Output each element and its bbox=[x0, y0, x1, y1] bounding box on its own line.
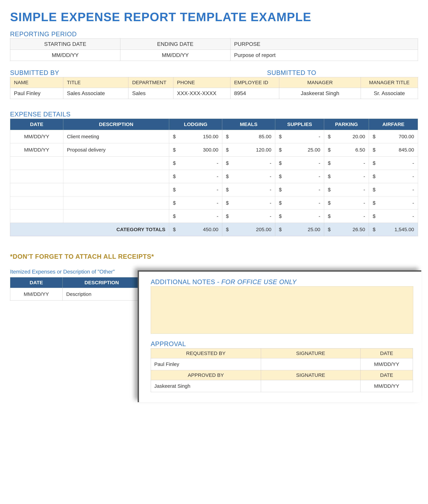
approval-heading: APPROVAL bbox=[151, 340, 413, 348]
exp-amount[interactable]: $- bbox=[222, 210, 275, 223]
total-airfare: $1,545.00 bbox=[369, 223, 418, 236]
sb-col-name: NAME bbox=[10, 77, 63, 88]
expense-row: MM/DD/YYProposal delivery$300.00$120.00$… bbox=[10, 143, 418, 157]
reporting-period-table: STARTING DATE ENDING DATE PURPOSE MM/DD/… bbox=[10, 38, 418, 61]
expense-row: $-$-$-$-$- bbox=[10, 170, 418, 183]
exp-amount[interactable]: $- bbox=[275, 157, 324, 170]
exp-amount[interactable]: $6.50 bbox=[324, 143, 369, 157]
exp-col-supplies: SUPPLIES bbox=[275, 119, 324, 130]
exp-amount[interactable]: $- bbox=[369, 170, 418, 183]
rp-col-end: ENDING DATE bbox=[120, 39, 230, 50]
sb-val-phone[interactable]: XXX-XXX-XXXX bbox=[173, 88, 230, 99]
category-totals-label: CATEGORY TOTALS bbox=[10, 223, 169, 236]
sb-val-empid[interactable]: 8954 bbox=[230, 88, 279, 99]
additional-notes-box[interactable] bbox=[151, 286, 413, 334]
exp-amount[interactable]: $- bbox=[222, 183, 275, 196]
total-lodging: $450.00 bbox=[169, 223, 222, 236]
item-val-date[interactable]: MM/DD/YY bbox=[10, 288, 63, 300]
approval-table: REQUESTED BY SIGNATURE DATE Paul Finley … bbox=[151, 348, 413, 392]
exp-amount[interactable]: $- bbox=[169, 157, 222, 170]
appr-sig1[interactable] bbox=[261, 358, 360, 370]
exp-amount[interactable]: $- bbox=[275, 196, 324, 210]
appr-approved-by[interactable]: Jaskeerat Singh bbox=[151, 380, 261, 392]
exp-col-lodging: LODGING bbox=[169, 119, 222, 130]
submitted-table: NAME TITLE DEPARTMENT PHONE EMPLOYEE ID … bbox=[10, 77, 418, 99]
exp-date[interactable] bbox=[10, 157, 63, 170]
exp-amount[interactable]: $- bbox=[324, 210, 369, 223]
exp-amount[interactable]: $- bbox=[324, 196, 369, 210]
exp-amount[interactable]: $150.00 bbox=[169, 130, 222, 143]
exp-amount[interactable]: $25.00 bbox=[275, 143, 324, 157]
exp-desc[interactable] bbox=[63, 157, 169, 170]
exp-amount[interactable]: $- bbox=[369, 183, 418, 196]
exp-amount[interactable]: $- bbox=[222, 157, 275, 170]
exp-date[interactable] bbox=[10, 183, 63, 196]
expense-details-heading: EXPENSE DETAILS bbox=[10, 111, 418, 118]
exp-amount[interactable]: $- bbox=[369, 157, 418, 170]
rp-val-start[interactable]: MM/DD/YY bbox=[10, 50, 120, 61]
exp-desc[interactable]: Proposal delivery bbox=[63, 143, 169, 157]
reporting-period-heading: REPORTING PERIOD bbox=[10, 31, 418, 38]
appr-col-approved: APPROVED BY bbox=[151, 370, 261, 380]
sb-val-name[interactable]: Paul Finley bbox=[10, 88, 63, 99]
exp-desc[interactable] bbox=[63, 183, 169, 196]
sb-val-title[interactable]: Sales Associate bbox=[63, 88, 128, 99]
page-title: SIMPLE EXPENSE REPORT TEMPLATE EXAMPLE bbox=[10, 10, 418, 24]
appr-sig2[interactable] bbox=[261, 380, 360, 392]
exp-desc[interactable] bbox=[63, 196, 169, 210]
exp-amount[interactable]: $- bbox=[222, 196, 275, 210]
exp-amount[interactable]: $- bbox=[369, 210, 418, 223]
appr-date1[interactable]: MM/DD/YY bbox=[360, 358, 413, 370]
receipts-note: *DON'T FORGET TO ATTACH ALL RECEIPTS* bbox=[10, 253, 418, 260]
exp-amount[interactable]: $300.00 bbox=[169, 143, 222, 157]
expense-row: $-$-$-$-$- bbox=[10, 157, 418, 170]
exp-amount[interactable]: $845.00 bbox=[369, 143, 418, 157]
exp-date[interactable] bbox=[10, 170, 63, 183]
exp-date[interactable] bbox=[10, 196, 63, 210]
appr-col-date2: DATE bbox=[360, 370, 413, 380]
exp-amount[interactable]: $- bbox=[169, 210, 222, 223]
expense-row: $-$-$-$-$- bbox=[10, 183, 418, 196]
total-supplies: $25.00 bbox=[275, 223, 324, 236]
st-val-mgrtitle[interactable]: Sr. Associate bbox=[361, 88, 418, 99]
exp-date[interactable]: MM/DD/YY bbox=[10, 130, 63, 143]
st-col-mgr: MANAGER bbox=[279, 77, 361, 88]
exp-amount[interactable]: $- bbox=[324, 183, 369, 196]
item-val-desc[interactable]: Description bbox=[62, 288, 141, 300]
exp-col-parking: PARKING bbox=[324, 119, 369, 130]
exp-date[interactable] bbox=[10, 210, 63, 223]
rp-val-end[interactable]: MM/DD/YY bbox=[120, 50, 230, 61]
exp-amount[interactable]: $20.00 bbox=[324, 130, 369, 143]
appr-requested-by[interactable]: Paul Finley bbox=[151, 358, 261, 370]
appr-date2[interactable]: MM/DD/YY bbox=[360, 380, 413, 392]
exp-col-meals: MEALS bbox=[222, 119, 275, 130]
exp-amount[interactable]: $- bbox=[169, 170, 222, 183]
exp-desc[interactable]: Client meeting bbox=[63, 130, 169, 143]
appr-col-date1: DATE bbox=[360, 349, 413, 358]
exp-amount[interactable]: $- bbox=[169, 196, 222, 210]
exp-amount[interactable]: $120.00 bbox=[222, 143, 275, 157]
sb-val-dept[interactable]: Sales bbox=[128, 88, 173, 99]
exp-amount[interactable]: $- bbox=[324, 170, 369, 183]
sb-col-phone: PHONE bbox=[173, 77, 230, 88]
total-meals: $205.00 bbox=[222, 223, 275, 236]
expense-table: DATE DESCRIPTION LODGING MEALS SUPPLIES … bbox=[10, 119, 418, 236]
st-val-mgr[interactable]: Jaskeerat Singh bbox=[279, 88, 361, 99]
exp-date[interactable]: MM/DD/YY bbox=[10, 143, 63, 157]
exp-amount[interactable]: $- bbox=[275, 183, 324, 196]
exp-amount[interactable]: $- bbox=[369, 196, 418, 210]
exp-amount[interactable]: $- bbox=[169, 183, 222, 196]
exp-amount[interactable]: $700.00 bbox=[369, 130, 418, 143]
exp-amount[interactable]: $- bbox=[275, 170, 324, 183]
exp-desc[interactable] bbox=[63, 210, 169, 223]
exp-amount[interactable]: $- bbox=[275, 130, 324, 143]
exp-amount[interactable]: $- bbox=[275, 210, 324, 223]
exp-desc[interactable] bbox=[63, 170, 169, 183]
exp-amount[interactable]: $85.00 bbox=[222, 130, 275, 143]
exp-amount[interactable]: $- bbox=[324, 157, 369, 170]
expense-row: $-$-$-$-$- bbox=[10, 210, 418, 223]
rp-col-start: STARTING DATE bbox=[10, 39, 120, 50]
rp-val-purpose[interactable]: Purpose of report bbox=[230, 50, 418, 61]
appr-col-sig1: SIGNATURE bbox=[261, 349, 360, 358]
exp-amount[interactable]: $- bbox=[222, 170, 275, 183]
